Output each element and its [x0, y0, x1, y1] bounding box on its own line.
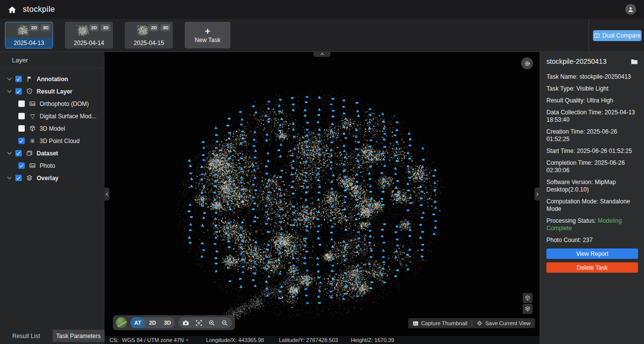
capture-thumbnail-label: Capture Thumbnail: [421, 320, 467, 326]
viewport-tools: [178, 317, 232, 328]
detail-field: Computation Mode: Standalone Mode: [546, 198, 638, 213]
main-area: Layer Annotation Result Layer: [0, 52, 644, 344]
height-value: Height/Z: 1670.39: [351, 337, 394, 343]
task-card[interactable]: 2D 3D 2025-04-13: [5, 22, 53, 49]
open-folder-button[interactable]: [631, 58, 638, 65]
tree-label: Orthophoto (DOM): [40, 100, 89, 107]
detail-field: Start Time: 2025-06-26 01:52:25: [546, 147, 638, 155]
checkbox-3d-point-cloud[interactable]: [18, 138, 25, 144]
crs-selector[interactable]: WGS 84 / UTM zone 47N: [122, 337, 188, 343]
capture-thumbnail-button[interactable]: Capture Thumbnail: [408, 318, 472, 328]
home-icon[interactable]: [8, 6, 16, 13]
delete-task-button[interactable]: Delete Task: [546, 262, 638, 273]
view-cube-buttons: [523, 293, 533, 314]
dsm-triangle-icon: ▽: [29, 113, 36, 119]
layers-icon: [26, 175, 33, 181]
tree-label: Result Layer: [37, 88, 72, 95]
view-cube-top-button[interactable]: [523, 293, 533, 303]
detail-field: Task Name: stockpile-20250413: [546, 73, 638, 81]
point-cloud-icon: ※: [29, 138, 36, 144]
tree-item-dsm[interactable]: ▽ Digital Surface Mod...: [0, 110, 105, 122]
tree-label: Annotation: [37, 76, 68, 83]
detail-field: Completion Time: 2025-06-26 02:30:06: [546, 159, 638, 174]
caret-down-icon[interactable]: [8, 177, 15, 179]
tree-label: Photo: [40, 162, 55, 169]
caret-down-icon[interactable]: [8, 91, 15, 92]
checkbox-orthophoto[interactable]: [18, 100, 25, 107]
badge-3d[interactable]: 3D: [41, 24, 51, 31]
display-settings-button[interactable]: [521, 57, 533, 69]
detail-field: Task Type: Visible Light: [546, 85, 638, 93]
detail-field: Software Version: MipMap Desktop(2.0.10): [546, 179, 638, 194]
cube-wireframe-icon: [525, 306, 531, 312]
status-bar: CS: WGS 84 / UTM zone 47N Longitude/X: 4…: [105, 336, 539, 344]
tree-item-dataset[interactable]: Dataset: [0, 147, 105, 159]
checkbox-annotation[interactable]: [15, 76, 22, 82]
app-window: stockpile 2D 3D 2025-04-13 2D 3D: [0, 0, 644, 344]
detail-field-processing-status: Processing Status: Modeling Complete: [546, 217, 638, 232]
tree-item-overlay[interactable]: Overlay: [0, 172, 105, 184]
dual-compare-button[interactable]: Dual Compare: [593, 30, 642, 41]
tree-label: 3D Point Cloud: [40, 138, 80, 145]
fit-view-button[interactable]: [192, 317, 205, 328]
task-date: 2025-04-13: [5, 38, 53, 48]
tree-item-result-layer[interactable]: Result Layer: [0, 85, 105, 98]
viewport-toolbar: AT 2D 3D: [113, 315, 235, 330]
checkbox-overlay[interactable]: [15, 175, 22, 181]
caret-down-icon[interactable]: [8, 78, 15, 80]
checkbox-dataset[interactable]: [15, 150, 22, 156]
collapse-strip-handle[interactable]: [314, 52, 330, 57]
flag-icon: [26, 76, 33, 82]
tree-label: 3D Model: [40, 125, 65, 132]
map-preview-thumbnail[interactable]: [116, 317, 127, 328]
new-task-button[interactable]: + New Task: [185, 22, 230, 49]
collapse-left-panel-handle[interactable]: [105, 188, 109, 200]
view-report-button[interactable]: View Report: [546, 248, 638, 259]
screenshot-button[interactable]: [179, 317, 192, 328]
strip-divider: [589, 19, 589, 52]
folder-icon: [631, 58, 638, 65]
task-details-panel: stockpile-20250413 Task Name: stockpile-…: [539, 52, 644, 344]
checkbox-result-layer[interactable]: [15, 88, 22, 95]
checkbox-photo[interactable]: [18, 162, 25, 169]
tree-item-photo[interactable]: Photo: [0, 159, 105, 172]
zoom-out-button[interactable]: [218, 317, 231, 328]
app-title: stockpile: [23, 5, 55, 14]
tree-item-orthophoto[interactable]: Orthophoto (DOM): [0, 98, 105, 110]
tree-item-3d-model[interactable]: 3D Model: [0, 122, 105, 135]
layer-panel-title: Layer: [0, 52, 105, 68]
badge-3d[interactable]: 3D: [101, 24, 110, 31]
orthophoto-image-icon: [29, 100, 36, 107]
task-title: stockpile-20250413: [546, 57, 606, 65]
badge-2d[interactable]: 2D: [149, 24, 159, 31]
caret-down-icon[interactable]: [8, 152, 15, 154]
mode-button-3d[interactable]: 3D: [160, 317, 175, 328]
shield-icon: [26, 88, 33, 95]
collapse-right-panel-handle[interactable]: [535, 188, 539, 200]
zoom-in-button[interactable]: [205, 317, 218, 328]
badge-2d[interactable]: 2D: [29, 24, 39, 31]
save-current-view-button[interactable]: Save Current View: [472, 318, 535, 328]
top-bar: stockpile: [0, 0, 644, 19]
task-card[interactable]: 2D 3D 2025-04-15: [125, 22, 173, 49]
tab-task-parameters[interactable]: Task Parameters: [53, 330, 105, 342]
tree-item-annotation[interactable]: Annotation: [0, 73, 105, 85]
task-card[interactable]: 2D 3D 2025-04-14: [65, 22, 113, 49]
badge-2d[interactable]: 2D: [89, 24, 99, 31]
tree-item-3d-point-cloud[interactable]: ※ 3D Point Cloud: [0, 135, 105, 147]
layer-tree: Annotation Result Layer Orthophoto (DOM: [0, 68, 105, 184]
view-cube-bottom-button[interactable]: [523, 304, 533, 314]
tree-label: Digital Surface Mod...: [40, 113, 97, 120]
tab-result-list[interactable]: Result List: [0, 330, 53, 342]
badge-3d[interactable]: 3D: [161, 24, 170, 31]
viewport-column: AT 2D 3D: [105, 52, 539, 344]
mode-button-2d[interactable]: 2D: [145, 317, 160, 328]
user-avatar[interactable]: [625, 4, 636, 15]
viewport-3d: AT 2D 3D: [105, 52, 539, 336]
checkbox-3d-model[interactable]: [18, 125, 25, 132]
point-cloud-canvas[interactable]: [105, 52, 539, 336]
mode-button-at[interactable]: AT: [130, 317, 145, 328]
camera-icon: [182, 320, 189, 326]
zoom-out-icon: [221, 320, 228, 326]
checkbox-dsm[interactable]: [18, 113, 25, 119]
